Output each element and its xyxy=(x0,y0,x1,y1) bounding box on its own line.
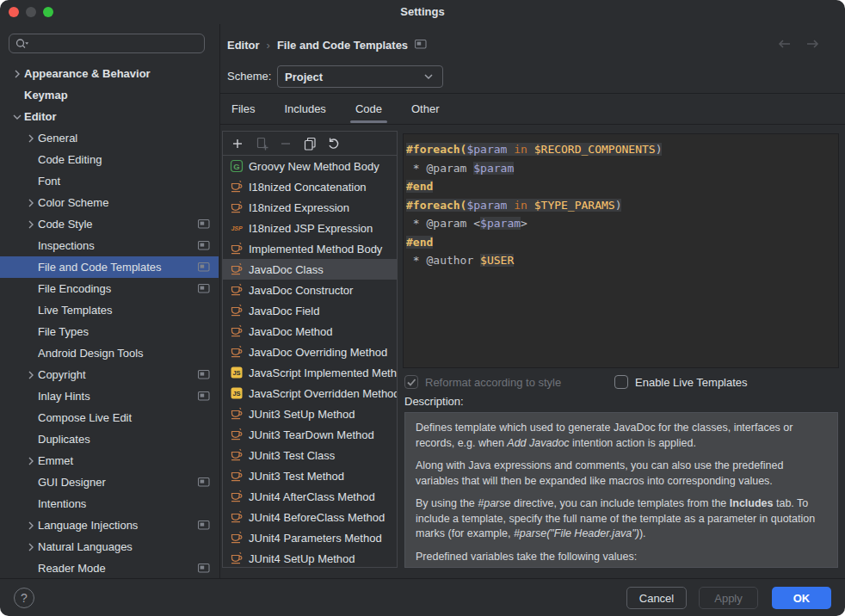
create-child-template-icon xyxy=(254,136,269,151)
sidebar-item-duplicates[interactable]: Duplicates xyxy=(0,428,219,450)
template-item-label: JUnit4 AfterClass Method xyxy=(249,490,375,503)
template-item-javadoc-field[interactable]: JavaDoc Field xyxy=(223,300,397,321)
template-item-i18nized-expression[interactable]: I18nized Expression xyxy=(223,197,397,218)
sidebar-item-font[interactable]: Font xyxy=(0,170,219,192)
checkbox-box[interactable] xyxy=(614,375,628,389)
template-item-label: JUnit4 SetUp Method xyxy=(249,552,355,565)
sidebar-item-copyright[interactable]: Copyright xyxy=(0,364,219,385)
ok-button[interactable]: OK xyxy=(772,587,831,609)
java-file-icon xyxy=(230,200,244,214)
template-item-i18nized-jsp-expression[interactable]: JSPI18nized JSP Expression xyxy=(223,218,397,238)
sidebar-item-general[interactable]: General xyxy=(0,127,219,149)
tab-code[interactable]: Code xyxy=(352,101,385,117)
sidebar-item-language-injections[interactable]: Language Injections xyxy=(0,514,219,536)
template-item-javadoc-method[interactable]: JavaDoc Method xyxy=(223,321,397,342)
template-item-junit3-test-method[interactable]: JUnit3 Test Method xyxy=(223,465,397,486)
chevron-right-icon[interactable] xyxy=(24,218,38,231)
template-code-editor[interactable]: #foreach($param in $RECORD_COMPONENTS) *… xyxy=(403,133,839,368)
search-input[interactable] xyxy=(29,36,199,51)
tab-files[interactable]: Files xyxy=(228,101,258,117)
svg-text:JS: JS xyxy=(232,390,240,397)
template-item-junit3-setup-method[interactable]: JUnit3 SetUp Method xyxy=(223,403,397,424)
java-file-icon xyxy=(230,448,244,462)
sidebar-item-editor[interactable]: Editor xyxy=(0,106,219,127)
sidebar-item-appearance-behavior[interactable]: Appearance & Behavior xyxy=(0,63,219,84)
chevron-right-icon[interactable] xyxy=(10,67,24,81)
tab-other[interactable]: Other xyxy=(408,101,443,117)
code-line: * @param $param xyxy=(406,159,838,178)
template-item-javascript-implemented-method-body[interactable]: JSJavaScript Implemented Method Body xyxy=(223,362,397,383)
chevron-down-icon[interactable] xyxy=(10,110,24,124)
breadcrumb-page-title: File and Code Templates xyxy=(277,39,408,52)
sidebar-item-file-and-code-templates[interactable]: File and Code Templates xyxy=(0,256,219,278)
sidebar-item-inspections[interactable]: Inspections xyxy=(0,235,219,256)
template-item-junit4-afterclass-method[interactable]: JUnit4 AfterClass Method xyxy=(223,486,397,507)
chevron-right-icon[interactable] xyxy=(24,196,38,210)
tree-indent xyxy=(24,261,38,274)
sidebar-item-file-encodings[interactable]: File Encodings xyxy=(0,278,219,299)
settings-search-field[interactable] xyxy=(9,34,205,53)
sidebar-item-gui-designer[interactable]: GUI Designer xyxy=(0,471,219,493)
sidebar-item-label: GUI Designer xyxy=(38,476,198,489)
template-item-junit3-test-class[interactable]: JUnit3 Test Class xyxy=(223,445,397,465)
arrow-right-icon[interactable] xyxy=(805,38,821,50)
breadcrumb: Editor › File and Code Templates xyxy=(227,36,427,53)
sidebar-item-keymap[interactable]: Keymap xyxy=(0,84,219,106)
screen-icon xyxy=(198,262,210,273)
template-item-junit4-beforeclass-method[interactable]: JUnit4 BeforeClass Method xyxy=(223,507,397,527)
chevron-right-icon[interactable] xyxy=(24,132,38,145)
java-file-icon xyxy=(230,180,244,194)
sidebar-item-inlay-hints[interactable]: Inlay Hints xyxy=(0,385,219,407)
chevron-right-icon[interactable] xyxy=(24,519,38,533)
tab-includes[interactable]: Includes xyxy=(281,101,329,117)
scheme-label: Scheme: xyxy=(227,70,271,83)
description-paragraph: By using the #parse directive, you can i… xyxy=(416,496,827,542)
chevron-right-icon[interactable] xyxy=(24,368,38,382)
sidebar-item-android-design-tools[interactable]: Android Design Tools xyxy=(0,342,219,364)
java-file-icon xyxy=(230,551,244,565)
template-item-implemented-method-body[interactable]: Implemented Method Body xyxy=(223,238,397,259)
cancel-button[interactable]: Cancel xyxy=(626,587,687,609)
add-template-icon[interactable] xyxy=(230,136,245,151)
template-item-junit3-teardown-method[interactable]: JUnit3 TearDown Method xyxy=(223,424,397,445)
template-item-i18nized-concatenation[interactable]: I18nized Concatenation xyxy=(223,176,397,197)
template-list-toolbar xyxy=(223,132,397,156)
template-item-javadoc-constructor[interactable]: JavaDoc Constructor xyxy=(223,280,397,300)
sidebar-item-natural-languages[interactable]: Natural Languages xyxy=(0,536,219,557)
duplicate-template-icon[interactable] xyxy=(302,136,318,151)
scheme-dropdown[interactable]: Project xyxy=(277,65,443,88)
screen-icon xyxy=(198,219,210,230)
code-line: #foreach($param in $TYPE_PARAMS) xyxy=(406,196,838,215)
sidebar-item-live-templates[interactable]: Live Templates xyxy=(0,299,219,321)
template-options: Reformat according to styleEnable Live T… xyxy=(404,375,838,394)
code-line: #end xyxy=(406,177,838,196)
screen-icon xyxy=(198,241,210,251)
sidebar-item-label: Language Injections xyxy=(38,519,198,532)
chevron-right-icon[interactable] xyxy=(24,540,38,554)
breadcrumb-editor[interactable]: Editor xyxy=(227,39,260,52)
sidebar-item-compose-live-edit[interactable]: Compose Live Edit xyxy=(0,407,219,428)
checkbox-enable-live-templates[interactable]: Enable Live Templates xyxy=(614,375,748,389)
sidebar-item-file-types[interactable]: File Types xyxy=(0,321,219,342)
template-item-javadoc-overriding-method[interactable]: JavaDoc Overriding Method xyxy=(223,342,397,362)
template-item-groovy-new-method-body[interactable]: GGroovy New Method Body xyxy=(223,156,397,176)
window-title: Settings xyxy=(0,5,845,18)
tree-indent xyxy=(24,433,38,447)
arrow-left-icon[interactable] xyxy=(776,38,792,50)
template-item-label: JUnit4 Parameters Method xyxy=(249,532,382,545)
java-file-icon xyxy=(230,242,244,256)
template-item-javascript-overridden-method-body[interactable]: JSJavaScript Overridden Method Body xyxy=(223,383,397,403)
reset-to-default-icon[interactable] xyxy=(326,136,342,151)
chevron-right-icon[interactable] xyxy=(24,454,38,468)
sidebar-item-intentions[interactable]: Intentions xyxy=(0,493,219,514)
sidebar-item-code-style[interactable]: Code Style xyxy=(0,213,219,235)
sidebar-item-color-scheme[interactable]: Color Scheme xyxy=(0,192,219,213)
template-item-junit4-setup-method[interactable]: JUnit4 SetUp Method xyxy=(223,548,397,568)
template-item-junit4-parameters-method[interactable]: JUnit4 Parameters Method xyxy=(223,527,397,548)
sidebar-item-code-editing[interactable]: Code Editing xyxy=(0,149,219,170)
sidebar-item-reader-mode[interactable]: Reader Mode xyxy=(0,557,219,578)
help-button[interactable]: ? xyxy=(14,588,34,608)
template-item-javadoc-class[interactable]: JavaDoc Class xyxy=(223,259,397,280)
tree-indent xyxy=(24,153,38,167)
sidebar-item-emmet[interactable]: Emmet xyxy=(0,450,219,471)
